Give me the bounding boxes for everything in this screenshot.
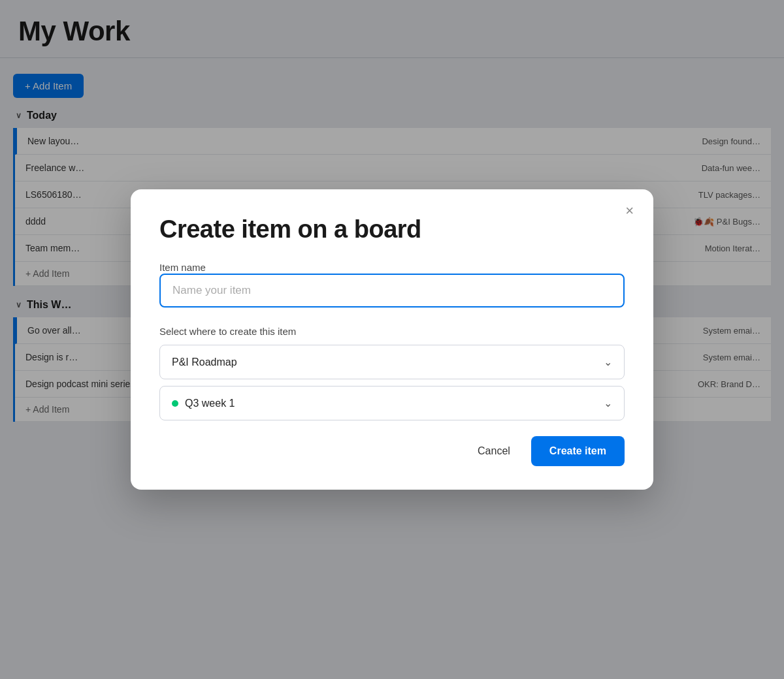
- group-dropdown[interactable]: Q3 week 1 ⌄: [159, 386, 625, 420]
- cancel-button[interactable]: Cancel: [466, 437, 522, 465]
- create-item-button[interactable]: Create item: [531, 436, 625, 466]
- chevron-down-icon: ⌄: [604, 397, 612, 409]
- select-where-label: Select where to create this item: [159, 326, 625, 337]
- modal-actions: Cancel Create item: [159, 436, 625, 466]
- item-name-input[interactable]: [159, 274, 625, 308]
- group-dropdown-inner: Q3 week 1: [172, 398, 235, 409]
- board-dropdown[interactable]: P&I Roadmap ⌄: [159, 345, 625, 379]
- group-dropdown-value: Q3 week 1: [185, 398, 235, 409]
- modal-overlay[interactable]: × Create item on a board Item name Selec…: [0, 0, 784, 679]
- modal-title: Create item on a board: [159, 215, 625, 244]
- board-dropdown-value: P&I Roadmap: [172, 356, 237, 368]
- modal-close-button[interactable]: ×: [620, 201, 639, 221]
- group-status-dot: [172, 400, 178, 407]
- item-name-label: Item name: [159, 262, 206, 273]
- create-item-modal: × Create item on a board Item name Selec…: [131, 189, 653, 490]
- chevron-down-icon: ⌄: [604, 356, 612, 368]
